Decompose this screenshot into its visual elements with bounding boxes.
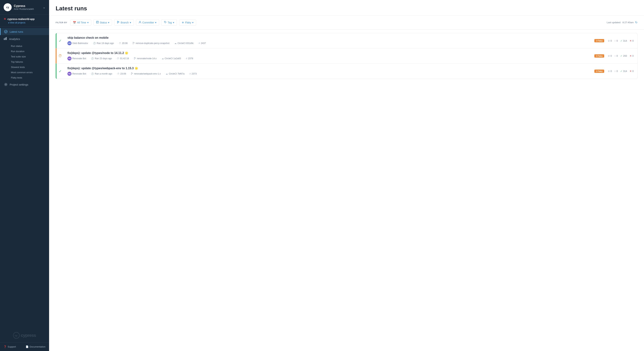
cross-icon: ✕ [630, 54, 632, 57]
chevron-down-icon: ▾ [155, 21, 156, 24]
tag-icon [164, 21, 166, 24]
run-number: # 2437 [199, 42, 206, 44]
svg-point-4 [5, 84, 6, 85]
sidebar-header[interactable]: cy Cypress Amir Rustamzadeh ⌄ [0, 0, 49, 15]
svg-rect-1 [4, 38, 4, 40]
run-card[interactable]: ⏱ fix(deps): update @types/node to 14.11… [56, 48, 638, 63]
subnav-run-duration[interactable]: Run duration [9, 49, 49, 54]
question-icon: ❓ [4, 345, 6, 348]
analytics-subnav: Run status Run duration Test suite size … [0, 43, 49, 81]
filter-tag[interactable]: Tag ▾ [161, 19, 177, 26]
project-name: ✕ cypress-realworld-app [4, 17, 46, 21]
run-committer: GB Gleb Bahmutov [68, 41, 88, 45]
filter-flaky-label: Flaky [185, 21, 191, 24]
circle-icon: ○ [614, 54, 616, 57]
subnav-run-status[interactable]: Run status [9, 43, 49, 49]
run-status-icon: ⏱ [56, 48, 64, 63]
chevron-down-icon: ▾ [192, 21, 194, 24]
circle-icon: ○ [614, 39, 616, 42]
run-number: # 2378 [186, 57, 193, 60]
sidebar-item-latest-runs[interactable]: Latest runs [0, 28, 49, 35]
analytics-label: Analytics [9, 37, 20, 40]
cross-icon: ✕ [630, 70, 632, 72]
run-duration: ⏱ 20:06 [119, 42, 128, 44]
settings-icon [4, 83, 8, 86]
sidebar-project: ✕ cypress-realworld-app ◂ View all proje… [0, 15, 49, 27]
close-icon: ✕ [4, 17, 6, 21]
filter-all-time[interactable]: 📅 All Time ▾ [70, 19, 91, 26]
filter-flaky[interactable]: ❄ Flaky ▾ [179, 19, 196, 26]
clock-icon: 🕐 [91, 57, 94, 60]
stat-banned: ⊘ 0 [608, 70, 612, 72]
documentation-link[interactable]: 📄 Documentation [26, 345, 46, 348]
run-meta: RB 🔧 Renovate Bot · 🕐 Ran 23 days ago · … [68, 56, 587, 60]
subnav-test-suite-size[interactable]: Test suite size [9, 54, 49, 59]
banned-icon: ⊘ [608, 39, 610, 42]
stat-failed: ✕ 0 [630, 70, 634, 72]
user-icon [139, 21, 141, 24]
view-all-projects[interactable]: ◂ View all projects [4, 21, 46, 24]
support-link[interactable]: ❓ Support [4, 345, 16, 348]
banned-icon: ⊘ [608, 70, 610, 72]
filter-committer[interactable]: Committer ▾ [136, 19, 159, 26]
subnav-most-common-errors[interactable]: Most common errors [9, 70, 49, 75]
subnav-flaky-tests[interactable]: Flaky tests [9, 75, 49, 80]
avatar: RB 🔧 [68, 72, 72, 76]
flaky-badge: 1 Flaky [594, 39, 604, 42]
chevron-down-icon: ⌄ [43, 5, 46, 9]
hash-icon: # [190, 72, 191, 75]
stat-pending: ○ 0 [614, 39, 618, 42]
stat-passed: ✓ 314 [620, 70, 627, 72]
last-updated: Last updated: 8:27:40am ↻ [607, 21, 638, 24]
filter-status-label: Status [100, 21, 107, 24]
svg-rect-3 [6, 37, 7, 40]
run-content: skip balance check on mobile GB Gleb Bah… [64, 33, 591, 48]
run-branch: renovate/node-14.x [134, 57, 156, 60]
hash-icon: # [199, 42, 200, 44]
cloud-icon: ☁ [166, 72, 168, 75]
run-time: 🕐 Ran a month ago [91, 72, 112, 75]
filter-branch[interactable]: Branch ▾ [114, 19, 134, 26]
run-time: 🕐 Ran 23 days ago [91, 57, 112, 60]
sidebar-item-analytics[interactable]: Analytics [0, 35, 49, 43]
stat-passed: ✓ 314 [620, 39, 627, 42]
sidebar-watermark: cy cypress [0, 329, 49, 342]
checkmark-icon: ✓ [620, 39, 622, 42]
checkmark-icon: ✓ [620, 70, 622, 72]
avatar: RB 🔧 [68, 56, 72, 60]
timer-icon: ⏱ [119, 42, 121, 44]
subnav-slowest-tests[interactable]: Slowest tests [9, 64, 49, 70]
filter-label: FILTER BY [56, 21, 67, 24]
refresh-icon[interactable]: ↻ [635, 21, 638, 24]
runs-list: ✓ skip balance check on mobile GB Gleb B… [49, 29, 644, 82]
main-content: Latest runs FILTER BY 📅 All Time ▾ Statu… [49, 0, 644, 351]
chevron-down-icon: ▾ [130, 21, 131, 24]
cloud-icon: ☁ [162, 57, 164, 60]
documentation-label: Documentation [30, 345, 46, 348]
run-card[interactable]: ✓ skip balance check on mobile GB Gleb B… [56, 33, 638, 48]
run-committer: RB 🔧 Renovate Bot [68, 72, 86, 76]
run-card[interactable]: ✓ fix(deps): update @types/webpack-env t… [56, 63, 638, 79]
check-circle-icon [4, 30, 8, 33]
chevron-down-icon: ▾ [108, 21, 109, 24]
sidebar-item-project-settings[interactable]: Project settings [0, 81, 49, 88]
stat-pending: ○ 0 [614, 54, 618, 57]
run-ci: ☁ CircleCI 7bf67a [166, 72, 184, 75]
svg-text:cy: cy [15, 334, 18, 337]
stat-failed: ✕ 0 [630, 54, 634, 57]
filter-committer-label: Committer [142, 21, 154, 24]
app-info: Cypress Amir Rustamzadeh [14, 4, 43, 10]
filter-bar-left: FILTER BY 📅 All Time ▾ Status ▾ Branch ▾ [56, 19, 196, 26]
checkmark-icon: ✓ [620, 54, 622, 57]
run-stats: ⊘ 0 ○ 0 ✓ 314 ✕ 0 [608, 70, 634, 72]
filter-status[interactable]: Status ▾ [94, 19, 112, 26]
svg-rect-7 [96, 21, 98, 23]
snowflake-icon: ❄ [182, 21, 184, 24]
subnav-top-failures[interactable]: Top failures [9, 59, 49, 64]
branch-icon [132, 42, 135, 45]
run-branch: remove-duplicate-percy-snapshot [132, 42, 170, 45]
clock-icon: 🕐 [91, 72, 94, 75]
filter-tag-label: Tag [168, 21, 172, 24]
run-right: 1 Flaky ⊘ 0 ○ 0 ✓ 314 ✕ [591, 64, 637, 79]
flaky-badge: 1 Flaky [594, 70, 604, 73]
